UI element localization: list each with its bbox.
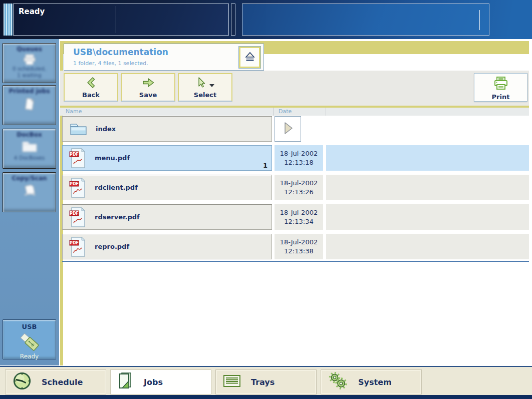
- main-tab-bar: Schedule Jobs Trays: [0, 366, 532, 399]
- printer-control-screen: Ready Queues 0 scheduled, 1 waiting Prin…: [0, 0, 532, 399]
- path-header: USB\documentation 1 folder, 4 files, 1 s…: [64, 44, 264, 71]
- file-time-value: 12:13:18: [284, 158, 313, 167]
- print-button[interactable]: Print: [474, 73, 527, 102]
- svg-text:PDF: PDF: [70, 211, 79, 216]
- save-button[interactable]: Save: [121, 73, 175, 102]
- file-row-index[interactable]: index: [62, 116, 272, 142]
- select-dropdown-caret-icon: [209, 84, 214, 87]
- clock-icon: [13, 371, 32, 392]
- selection-order-badge: 1: [263, 162, 268, 169]
- queues-status-line-2: 1 waiting: [17, 72, 41, 79]
- back-chevron-icon: [85, 77, 97, 91]
- file-row-extension: [326, 145, 529, 171]
- jobs-document-icon: [118, 371, 134, 392]
- pdf-file-icon: PDF: [69, 207, 86, 227]
- tab-system-label: System: [358, 377, 392, 387]
- file-row-rdserver-pdf[interactable]: PDF rdserver.pdf: [62, 204, 272, 230]
- sidebar-item-queues[interactable]: Queues 0 scheduled, 1 waiting: [3, 43, 56, 83]
- column-separator: [326, 108, 326, 116]
- sidebar-item-copy-scan[interactable]: Copy/Scan: [3, 172, 56, 212]
- column-header-date: Date: [279, 108, 292, 115]
- pdf-file-icon: PDF: [69, 237, 86, 257]
- printer-icon: [493, 76, 509, 93]
- tab-trays[interactable]: Trays: [215, 369, 317, 394]
- save-arrow-icon: [142, 77, 155, 91]
- column-header-name: Name: [66, 108, 82, 115]
- docbox-folder-icon: [21, 140, 38, 153]
- file-date: 18-Jul-2002 12:13:38: [275, 234, 323, 259]
- copy-scan-icon: [23, 184, 37, 197]
- file-row-menu-pdf[interactable]: PDF menu.pdf 1: [62, 145, 272, 171]
- open-folder-button[interactable]: [275, 116, 301, 142]
- tab-trays-label: Trays: [251, 377, 275, 387]
- open-arrow-icon: [282, 121, 295, 138]
- print-queue-icon: [23, 54, 37, 66]
- file-name: rdserver.pdf: [95, 213, 140, 221]
- svg-text:PDF: PDF: [70, 241, 79, 245]
- back-button[interactable]: Back: [64, 73, 118, 102]
- usb-stick-icon: [18, 331, 42, 352]
- usb-status-text: Ready: [20, 353, 39, 360]
- tab-jobs[interactable]: Jobs: [110, 369, 211, 394]
- back-button-label: Back: [82, 91, 100, 99]
- folder-icon: [69, 122, 87, 136]
- usb-label: USB: [22, 323, 37, 330]
- folder-summary: 1 folder, 4 files, 1 selected.: [73, 60, 148, 67]
- file-row-extension: [326, 234, 529, 259]
- status-panel-spacer: [231, 4, 235, 36]
- file-date-value: 18-Jul-2002: [280, 238, 318, 247]
- svg-text:PDF: PDF: [70, 182, 79, 186]
- current-path: USB\documentation: [73, 47, 168, 57]
- file-date-value: 18-Jul-2002: [280, 149, 318, 158]
- file-row-repro-pdf[interactable]: PDF repro.pdf: [62, 234, 272, 259]
- status-panel-divider: [116, 6, 116, 33]
- docbox-label: DocBox: [17, 131, 42, 138]
- footer-bottom-border: [0, 395, 532, 399]
- select-pointer-icon: [196, 77, 206, 91]
- file-time-value: 12:13:26: [284, 188, 313, 197]
- file-date-value: 18-Jul-2002: [280, 179, 318, 188]
- file-time-value: 12:13:34: [284, 217, 313, 226]
- file-date-value: 18-Jul-2002: [280, 208, 318, 217]
- file-row-extension: [326, 175, 529, 200]
- status-bar: Ready: [0, 0, 532, 39]
- svg-text:PDF: PDF: [70, 152, 79, 157]
- printed-jobs-label: Printed jobs: [9, 88, 50, 95]
- sidebar-item-usb[interactable]: USB Ready: [3, 319, 56, 359]
- file-row-rdclient-pdf[interactable]: PDF rdclient.pdf: [62, 175, 272, 200]
- gears-icon: [328, 372, 348, 392]
- list-column-header: Name Date: [60, 108, 529, 116]
- sidebar: Queues 0 scheduled, 1 waiting Printed jo…: [0, 39, 59, 365]
- file-date: 18-Jul-2002 12:13:18: [275, 145, 323, 171]
- file-name: menu.pdf: [95, 154, 130, 162]
- file-name: repro.pdf: [95, 243, 129, 250]
- file-name: index: [96, 125, 116, 133]
- print-button-label: Print: [492, 93, 510, 101]
- sidebar-item-docbox[interactable]: DocBox 4 DocBoxes: [3, 129, 56, 169]
- tab-schedule[interactable]: Schedule: [5, 369, 106, 394]
- eject-usb-button[interactable]: [238, 46, 261, 69]
- file-date: 18-Jul-2002 12:13:34: [275, 204, 323, 230]
- select-button[interactable]: Select: [178, 73, 232, 102]
- file-row-extension: [326, 204, 529, 230]
- file-name: rdclient.pdf: [95, 184, 138, 191]
- message-panel-divider: [479, 10, 480, 30]
- tab-system[interactable]: System: [321, 369, 422, 394]
- tab-jobs-label: Jobs: [144, 377, 163, 387]
- docbox-count-line: 4 DocBoxes: [14, 155, 45, 161]
- tray-icon: [223, 374, 241, 389]
- status-text: Ready: [19, 7, 45, 16]
- pdf-file-icon: PDF: [69, 148, 86, 168]
- queues-status-line-1: 0 scheduled,: [13, 66, 46, 72]
- file-date: 18-Jul-2002 12:13:26: [275, 175, 323, 200]
- pdf-file-icon: PDF: [69, 178, 86, 198]
- file-time-value: 12:13:38: [284, 247, 313, 256]
- sidebar-item-printed-jobs[interactable]: Printed jobs: [3, 85, 56, 125]
- column-separator: [273, 108, 274, 116]
- save-button-label: Save: [139, 91, 157, 99]
- eject-icon: [243, 51, 256, 65]
- select-button-label: Select: [194, 91, 216, 99]
- brand-stripes-icon: [4, 4, 13, 36]
- printed-jobs-icon: [24, 98, 35, 111]
- tab-schedule-label: Schedule: [42, 377, 83, 387]
